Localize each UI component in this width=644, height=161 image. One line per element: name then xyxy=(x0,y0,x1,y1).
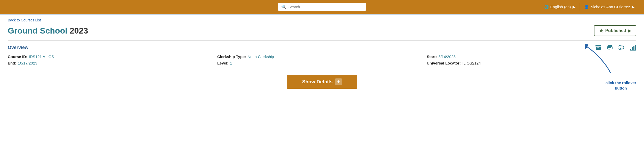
star-icon: ★ xyxy=(599,28,603,34)
user-chevron-icon: ▶ xyxy=(632,5,635,9)
page-title: Ground School 2023 xyxy=(8,26,88,36)
course-id-label: Course ID: xyxy=(8,54,27,59)
overview-title: Overview xyxy=(8,45,28,50)
back-to-courses-link[interactable]: Back to Courses List xyxy=(0,14,49,24)
course-title-year: 2023 xyxy=(70,26,88,35)
universal-locator-value: ILIOS2124 xyxy=(462,61,481,65)
course-id-value: IDS121 A - GS xyxy=(29,54,54,59)
title-row: Ground School 2023 ★ Published ▶ xyxy=(0,24,644,40)
show-details-row: Show Details + click the rollover button xyxy=(0,70,644,93)
universal-locator-label: Universal Locator: xyxy=(427,61,461,65)
clerkship-type-item: Clerkship Type: Not a Clerkship xyxy=(217,54,427,59)
header-center: 🔍 xyxy=(278,3,366,11)
published-label: Published xyxy=(605,28,626,33)
annotation-arrow xyxy=(585,44,616,75)
user-button[interactable]: 👤 Nicholas Ann Gutierrez ▶ xyxy=(580,3,639,11)
language-button[interactable]: 🌐 English (en) ▶ xyxy=(540,3,580,11)
globe-icon: 🌐 xyxy=(544,5,549,9)
show-details-plus-icon: + xyxy=(335,78,342,85)
published-chevron-icon: ▶ xyxy=(628,29,631,33)
course-id-item: Course ID: IDS121 A - GS xyxy=(8,54,217,59)
clerkship-type-value: Not a Clerkship xyxy=(247,54,274,59)
start-value: 8/14/2023 xyxy=(438,54,456,59)
show-details-label: Show Details xyxy=(302,79,333,85)
end-value: 10/17/2023 xyxy=(18,61,37,65)
level-value: 1 xyxy=(230,61,232,65)
back-link-label: Back to Courses List xyxy=(8,18,41,22)
level-label: Level: xyxy=(217,61,228,65)
level-item: Level: 1 xyxy=(217,61,427,65)
user-label: Nicholas Ann Gutierrez xyxy=(591,5,630,9)
language-chevron-icon: ▶ xyxy=(573,5,576,9)
language-label: English (en) xyxy=(550,5,571,9)
header-right: 🌐 English (en) ▶ 👤 Nicholas Ann Gutierre… xyxy=(366,3,639,11)
end-label: End: xyxy=(8,61,16,65)
search-input[interactable] xyxy=(288,5,363,9)
rollover-annotation-text: click the rollover button xyxy=(606,80,636,91)
published-button[interactable]: ★ Published ▶ xyxy=(594,25,636,36)
search-icon: 🔍 xyxy=(281,4,286,9)
overview-row: Overview xyxy=(0,41,644,53)
start-label: Start: xyxy=(427,54,437,59)
header: 🔍 🌐 English (en) ▶ 👤 Nicholas Ann Gutier… xyxy=(0,0,644,14)
search-box[interactable]: 🔍 xyxy=(278,3,366,11)
clerkship-type-label: Clerkship Type: xyxy=(217,54,246,59)
show-details-button[interactable]: Show Details + xyxy=(287,75,357,89)
end-item: End: 10/17/2023 xyxy=(8,61,217,65)
details-grid: Course ID: IDS121 A - GS Clerkship Type:… xyxy=(0,53,644,68)
course-title-colored: Ground School xyxy=(8,26,67,35)
user-icon: 👤 xyxy=(584,5,589,9)
